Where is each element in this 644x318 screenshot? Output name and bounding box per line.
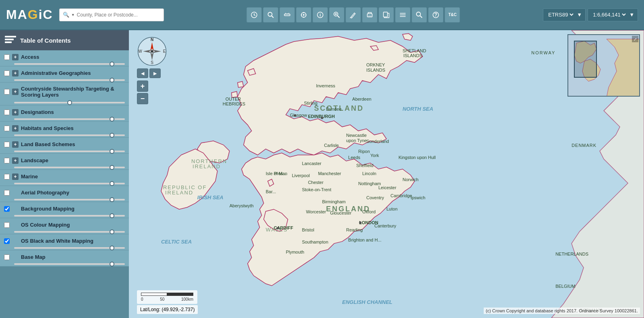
- brighton-label: Brighton and H...: [348, 237, 381, 242]
- belgium-label: BELGIUM: [555, 284, 575, 289]
- norway-label: NORWAY: [531, 50, 555, 55]
- layer-checkbox-access[interactable]: [4, 54, 10, 60]
- nav-forward-button[interactable]: ▶: [149, 68, 161, 78]
- layer-expand-land-based[interactable]: +: [12, 141, 19, 148]
- layer-checkbox-admin-geo[interactable]: [4, 70, 10, 76]
- search-box[interactable]: 🔍 ▼: [59, 8, 164, 21]
- layer-expand-access[interactable]: +: [12, 54, 19, 60]
- layer-slider-marine[interactable]: [14, 183, 125, 184]
- svg-text:W: W: [138, 49, 142, 54]
- layer-expand-habitats[interactable]: +: [12, 125, 19, 132]
- tc-label: T&C: [448, 12, 457, 17]
- measure-button[interactable]: [280, 7, 295, 23]
- tc-button[interactable]: T&C: [445, 7, 460, 23]
- scale-select[interactable]: 1:6,664,141 ▼: [588, 8, 638, 21]
- zoom-out-button[interactable]: −: [137, 93, 148, 104]
- coordinate-system-select[interactable]: ETRS89 ▼: [543, 8, 586, 21]
- cardiff-dot: [277, 227, 279, 229]
- layer-expand-cs-targeting[interactable]: +: [12, 89, 19, 95]
- layer-label-background: Background Mapping: [21, 206, 125, 212]
- layer-label-admin-geo: Administrative Geographies: [21, 70, 125, 76]
- map-area[interactable]: NORTH SEA IRISH SEA CELTIC SEA ENGLISH C…: [129, 30, 644, 318]
- layer-expand-marine[interactable]: +: [12, 173, 19, 180]
- layer-slider-os-bw[interactable]: [14, 247, 125, 249]
- layer-item-marine: + Marine: [0, 170, 129, 186]
- layer-checkbox-land-based[interactable]: [4, 142, 10, 147]
- layer-slider-aerial[interactable]: [14, 199, 125, 200]
- layer-checkbox-aerial[interactable]: [4, 190, 10, 196]
- mini-map-expand-button[interactable]: ⤢: [632, 36, 638, 42]
- stirling-label: Stirling: [304, 101, 318, 105]
- layer-checkbox-cs-targeting[interactable]: [4, 89, 10, 95]
- layer-slider-os-colour[interactable]: [14, 231, 125, 233]
- layer-checkbox-landscape[interactable]: [4, 158, 10, 163]
- layer-slider-habitats[interactable]: [14, 134, 125, 136]
- layer-checkbox-os-bw[interactable]: [4, 238, 10, 244]
- layer-slider-designations[interactable]: [14, 118, 125, 120]
- glasgow-label: Glasgow: [290, 113, 307, 118]
- svg-line-17: [338, 16, 340, 18]
- print-button[interactable]: [362, 7, 377, 23]
- aberystwyth-label: Aberystwyth: [230, 203, 254, 208]
- latlon-text: Lat/Long: (49.929,-2.737): [140, 307, 195, 312]
- draw-button[interactable]: [346, 7, 361, 23]
- layer-checkbox-background[interactable]: [4, 206, 10, 212]
- help-button[interactable]: ?: [428, 7, 443, 23]
- northern-ireland-label2: IRELAND: [193, 163, 221, 169]
- layer-checkbox-designations[interactable]: [4, 109, 10, 115]
- query-button[interactable]: [329, 7, 344, 23]
- layer-slider-land-based[interactable]: [14, 151, 125, 152]
- layer-checkbox-os-colour[interactable]: [4, 222, 10, 228]
- layer-item-cs-targeting: + Countryside Stewardship Targeting & Sc…: [0, 83, 129, 105]
- find-button[interactable]: [412, 7, 427, 23]
- layer-slider-landscape[interactable]: [14, 167, 125, 168]
- sheffield-label: Sheffield: [356, 163, 374, 168]
- layer-slider-cs-targeting[interactable]: [14, 102, 125, 103]
- luton-label: Luton: [387, 206, 398, 211]
- carlisle-label: Carlisle: [324, 143, 339, 148]
- layer-expand-landscape[interactable]: +: [12, 157, 19, 164]
- zoom-in-button[interactable]: +: [137, 81, 148, 92]
- nav-back-button[interactable]: ◀: [137, 68, 148, 78]
- coordinate-system-dropdown[interactable]: ETRS89: [547, 11, 575, 18]
- irish-sea-label: IRISH SEA: [197, 194, 224, 200]
- london-dot: [359, 221, 362, 224]
- latlon-display: Lat/Long: (49.929,-2.737): [137, 305, 198, 314]
- map-history-button[interactable]: [246, 7, 262, 23]
- layer-slider-background[interactable]: [14, 215, 125, 217]
- scale-dropdown[interactable]: 1:6,664,141: [591, 11, 627, 18]
- edinburgh-dot: [321, 117, 323, 119]
- export-button[interactable]: [379, 7, 394, 23]
- norwich-label: Norwich: [402, 177, 418, 182]
- layer-slider-admin-geo[interactable]: [14, 79, 125, 81]
- search-input[interactable]: [77, 12, 153, 18]
- sunderland-label: Sunderland: [367, 139, 389, 144]
- search-tool-button[interactable]: [263, 7, 278, 23]
- newcastle-label: Newcastle: [346, 133, 367, 138]
- search-dropdown-arrow[interactable]: ▼: [71, 13, 75, 17]
- dundee-label: Dundee: [326, 107, 342, 112]
- layer-checkbox-habitats[interactable]: [4, 126, 10, 131]
- birmingham-label: Birmingham: [322, 199, 346, 204]
- layer-checkbox-marine[interactable]: [4, 174, 10, 180]
- locate-button[interactable]: [296, 7, 311, 23]
- layer-expand-designations[interactable]: +: [12, 109, 19, 116]
- layer-slider-basemap[interactable]: [14, 263, 125, 265]
- layer-expand-admin-geo[interactable]: +: [12, 70, 19, 76]
- header: MAGiC 🔍 ▼ i: [0, 0, 644, 30]
- layer-label-access: Access: [21, 54, 125, 60]
- toolbar: i ? T&C: [170, 7, 537, 23]
- svg-text:N: N: [151, 37, 153, 42]
- layer-slider-access[interactable]: [14, 63, 125, 65]
- layer-item-habitats: + Habitats and Species: [0, 122, 129, 138]
- layer-item-landscape: + Landscape: [0, 154, 129, 170]
- reading-label: Reading: [346, 227, 363, 232]
- layer-label-habitats: Habitats and Species: [21, 125, 125, 131]
- denmark-label: DENMARK: [572, 143, 596, 148]
- ipswich-label: Ipswich: [410, 195, 425, 200]
- layer-checkbox-basemap[interactable]: [4, 254, 10, 260]
- svg-rect-22: [368, 15, 371, 17]
- identify-button[interactable]: i: [313, 7, 328, 23]
- legend-button[interactable]: [395, 7, 410, 23]
- nav-buttons: ◀ ▶: [137, 68, 161, 78]
